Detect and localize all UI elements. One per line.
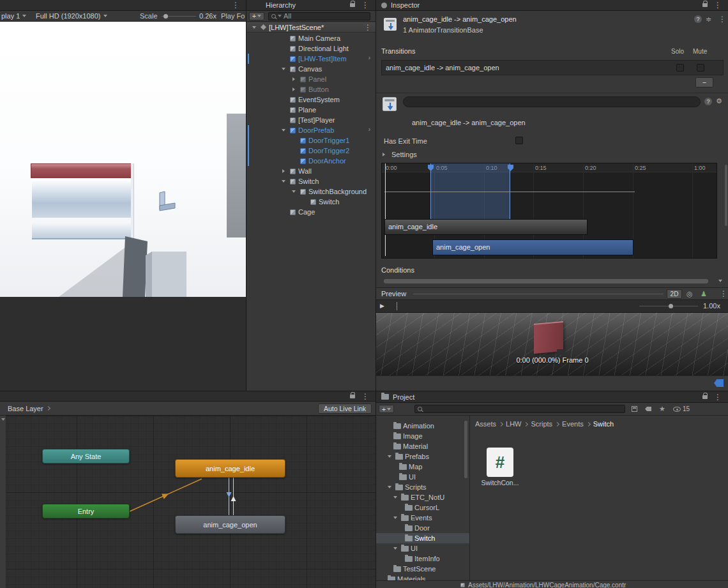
expand-arrow-icon[interactable] <box>391 513 399 523</box>
chevron-down-icon[interactable] <box>718 280 722 282</box>
settings-foldout-icon[interactable] <box>380 149 388 160</box>
hierarchy-item[interactable]: Switch <box>246 176 375 186</box>
play-button[interactable]: ▶ <box>380 303 384 309</box>
expand-arrow-icon[interactable] <box>280 125 287 135</box>
expand-arrow-icon[interactable] <box>391 492 399 502</box>
game-menu-icon[interactable]: ⋮ <box>232 2 239 8</box>
folder-item[interactable]: Animation <box>376 421 469 431</box>
prefab-open-icon[interactable]: › <box>368 126 370 133</box>
transition-edges[interactable] <box>0 416 375 588</box>
hierarchy-item[interactable]: Plane <box>246 105 375 115</box>
breadcrumb-item[interactable]: Switch <box>593 420 614 428</box>
clip-bar-idle[interactable]: anim_cage_idle <box>384 219 588 235</box>
inspector-tab[interactable]: Inspector <box>391 1 420 9</box>
inspector-menu-icon[interactable]: ⋮ <box>714 2 722 8</box>
create-button[interactable]: + <box>249 12 264 20</box>
folder-item[interactable]: ItemInfo <box>376 554 469 564</box>
folder-item[interactable]: UI <box>376 472 469 482</box>
expand-arrow-icon[interactable] <box>386 451 393 462</box>
search-by-label-icon[interactable] <box>645 407 651 411</box>
hierarchy-item[interactable]: DoorTrigger1 <box>246 135 375 146</box>
transition-timeline[interactable]: 0:00 0:05 0:10 0:15 0:20 0:25 1:00 anim_… <box>381 163 717 259</box>
expand-arrow-icon[interactable] <box>280 166 287 176</box>
hierarchy-item[interactable]: Canvas <box>246 64 375 74</box>
play-focused-dropdown[interactable]: Play Fo <box>221 12 245 20</box>
lock-icon[interactable] <box>702 3 708 7</box>
lock-icon[interactable] <box>350 395 355 398</box>
node-anim-cage-idle[interactable]: anim_cage_idle <box>175 459 285 478</box>
remove-transition-button[interactable]: − <box>695 77 713 87</box>
breadcrumb-item[interactable]: Events <box>562 420 584 428</box>
hierarchy-item[interactable]: Main Camera <box>246 33 375 43</box>
game-viewport[interactable] <box>0 22 246 297</box>
hierarchy-menu-icon[interactable]: ⋮ <box>361 2 369 8</box>
animator-menu-icon[interactable]: ⋮ <box>361 393 369 400</box>
hierarchy-item[interactable]: Cage <box>246 207 375 217</box>
preview-viewport[interactable]: 0:00 (000.0%) Frame 0 <box>376 313 728 375</box>
expand-arrow-icon[interactable] <box>290 74 298 84</box>
auto-live-link-button[interactable]: Auto Live Link <box>318 403 372 414</box>
project-menu-icon[interactable]: ⋮ <box>714 394 722 400</box>
hierarchy-item[interactable]: Switch <box>246 197 375 207</box>
breadcrumb-item[interactable]: Assets <box>475 420 496 428</box>
scene-header[interactable]: [LHW]TestScene* ⋮ <box>246 22 375 33</box>
hierarchy-item[interactable]: DoorAnchor <box>246 156 375 166</box>
preview-2d-button[interactable]: 2D <box>667 289 682 299</box>
hierarchy-item[interactable]: EventSystem <box>246 94 375 105</box>
speed-slider-knob[interactable] <box>669 304 673 308</box>
expand-arrow-icon[interactable] <box>280 64 287 74</box>
folder-item[interactable]: Events <box>376 513 469 523</box>
lock-icon[interactable] <box>702 395 708 399</box>
display-dropdown[interactable]: play 1 <box>1 12 26 20</box>
folder-item[interactable]: Material <box>376 441 469 451</box>
has-exit-time-checkbox[interactable] <box>515 137 523 144</box>
folder-item[interactable]: Image <box>376 431 469 441</box>
node-anim-cage-open[interactable]: anim_cage_open <box>175 515 285 534</box>
project-tab[interactable]: Project <box>393 393 414 401</box>
folder-item[interactable]: Scripts <box>376 482 469 492</box>
folder-item[interactable]: CursorL <box>376 502 469 513</box>
node-any-state[interactable]: Any State <box>42 449 130 464</box>
expand-arrow-icon[interactable] <box>386 482 393 492</box>
gizmo-icon[interactable]: ◎ <box>686 290 693 298</box>
transition-list-row[interactable]: anim_cage_idle -> anim_cage_open <box>381 60 724 75</box>
help-icon[interactable]: ? <box>694 15 702 23</box>
solo-checkbox[interactable] <box>676 64 684 72</box>
prefab-open-icon[interactable]: › <box>368 54 370 61</box>
transition-name-input[interactable] <box>403 96 701 107</box>
breadcrumb[interactable]: Base Layer <box>8 405 43 412</box>
create-button[interactable]: + <box>379 405 394 413</box>
expand-arrow-icon[interactable] <box>391 543 399 554</box>
folder-item[interactable]: UI <box>376 543 469 554</box>
asset-item[interactable]: # SwitchCon... <box>479 448 521 486</box>
tree-scrollbar[interactable] <box>464 421 467 478</box>
search-by-type-icon[interactable] <box>632 406 637 412</box>
scale-slider-knob[interactable] <box>163 14 168 19</box>
project-search-input[interactable] <box>414 405 625 413</box>
preview-playhead[interactable] <box>397 302 397 310</box>
hierarchy-item[interactable]: SwitchBackground <box>246 186 375 197</box>
favorites-icon[interactable]: ★ <box>659 405 665 413</box>
hierarchy-item[interactable]: [Test]Player <box>246 115 375 125</box>
expand-arrow-icon[interactable] <box>250 22 258 33</box>
resolution-dropdown[interactable]: Full HD (1920x1080) <box>36 12 107 20</box>
animator-graph[interactable]: Any State Entry anim_cage_idle anim_cage… <box>0 416 375 588</box>
header-menu-icon[interactable]: ⋮ <box>718 16 726 22</box>
breadcrumb-item[interactable]: Scripts <box>531 420 552 428</box>
presets-icon[interactable]: ≑ <box>706 15 711 24</box>
help-icon[interactable]: ? <box>704 98 712 105</box>
folder-item[interactable]: Door <box>376 523 469 533</box>
hierarchy-item[interactable]: Button <box>246 84 375 94</box>
hierarchy-item[interactable]: DoorTrigger2 <box>246 146 375 156</box>
expand-arrow-icon[interactable] <box>290 84 298 94</box>
asset-label-icon[interactable] <box>714 379 724 387</box>
node-entry[interactable]: Entry <box>42 504 130 518</box>
mute-checkbox[interactable] <box>697 64 704 72</box>
playhead[interactable] <box>385 163 386 256</box>
folder-item[interactable]: Prefabs <box>376 451 469 462</box>
preview-menu-icon[interactable]: ⋮ <box>720 290 727 297</box>
hierarchy-item[interactable]: Panel <box>246 74 375 84</box>
folder-item[interactable]: Materials <box>376 574 469 580</box>
folder-item[interactable]: TestScene <box>376 564 469 574</box>
inspector-scrollbar[interactable] <box>725 165 727 226</box>
